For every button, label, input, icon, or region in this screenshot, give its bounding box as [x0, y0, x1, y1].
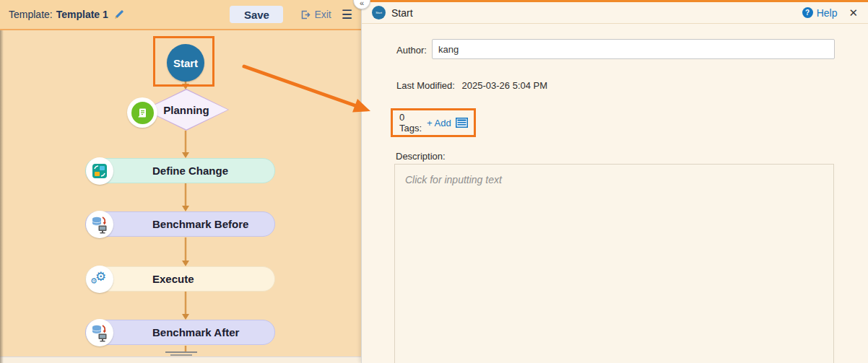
tag-list-icon[interactable]	[456, 118, 468, 128]
save-button[interactable]: Save	[230, 6, 283, 23]
tags-annotation-box: 0 Tags: + Add	[391, 108, 476, 137]
exit-icon	[300, 9, 311, 20]
edit-template-name-icon[interactable]	[113, 9, 125, 20]
workflow-template-editor: Template: Template 1 Save Exit ☰ Start	[0, 0, 868, 363]
resize-handle[interactable]	[165, 351, 197, 353]
define-change-icon	[86, 157, 113, 185]
panel-title: Start	[391, 7, 413, 19]
flow-node-start[interactable]: Start	[167, 44, 204, 82]
resize-handle[interactable]	[170, 354, 192, 356]
template-name: Template 1	[56, 9, 108, 20]
flow-node-benchmark-before[interactable]: Benchmark Before	[85, 211, 275, 237]
benchmark-icon	[86, 211, 113, 238]
flow-canvas[interactable]: Template: Template 1 Save Exit ☰ Start	[0, 0, 361, 363]
last-modified: Last Modified: 2025-03-26 5:04 PM	[396, 80, 547, 91]
help-icon: ?	[802, 7, 813, 18]
author-label: Author:	[396, 45, 427, 56]
execute-gears-icon: ⚙⚙	[86, 266, 113, 293]
canvas-bottom-strip	[0, 357, 361, 363]
tags-count: 0 Tags:	[399, 112, 422, 134]
description-textarea[interactable]	[394, 164, 834, 363]
last-modified-label: Last Modified:	[396, 80, 455, 91]
planning-review-icon	[127, 97, 157, 128]
template-label: Template:	[9, 9, 53, 20]
exit-button[interactable]: Exit	[300, 9, 331, 20]
start-node-chip-icon: Start	[372, 6, 386, 19]
panel-header: Start Start ? Help ✕	[362, 2, 868, 24]
help-button[interactable]: ? Help	[802, 7, 838, 19]
add-tag-button[interactable]: + Add	[427, 118, 451, 128]
start-details-panel: Start Start ? Help ✕ Author: Last Modifi…	[361, 0, 868, 363]
description-label: Description:	[396, 151, 446, 162]
flow-node-define-change[interactable]: Define Change	[85, 158, 275, 183]
close-icon[interactable]: ✕	[849, 6, 858, 19]
last-modified-value: 2025-03-26 5:04 PM	[462, 80, 548, 91]
menu-icon[interactable]: ☰	[342, 9, 352, 21]
canvas-header: Template: Template 1 Save Exit ☰	[0, 0, 361, 30]
flow-node-benchmark-after[interactable]: Benchmark After	[85, 320, 275, 345]
canvas-left-shadow	[0, 30, 4, 363]
author-input[interactable]	[432, 39, 835, 59]
benchmark-icon	[86, 319, 113, 346]
flow-node-execute[interactable]: ⚙⚙ Execute	[85, 266, 275, 292]
double-chevron-left-icon: «	[360, 0, 364, 7]
